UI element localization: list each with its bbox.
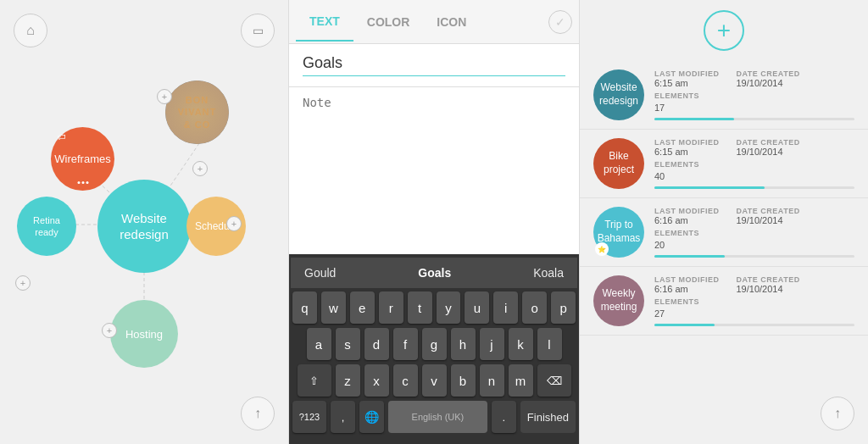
tab-text[interactable]: TEXT xyxy=(296,3,353,42)
progress-bar xyxy=(654,118,854,120)
tag-icon: 🏷 xyxy=(58,132,66,142)
key-period[interactable]: . xyxy=(492,401,516,433)
key-s[interactable]: s xyxy=(336,328,360,360)
suggestion-goals[interactable]: Goals xyxy=(418,266,451,280)
date-created-col: DATE CREATED 19/10/2014 xyxy=(737,207,800,225)
key-shift[interactable]: ⇧ xyxy=(298,364,331,397)
plus-btn-right[interactable]: + xyxy=(226,216,242,231)
key-d[interactable]: d xyxy=(364,328,389,360)
tabs-bar: TEXT COLOR ICON ✓ xyxy=(289,0,579,44)
key-v[interactable]: v xyxy=(422,364,447,397)
progress-fill xyxy=(654,118,734,120)
key-o[interactable]: o xyxy=(522,291,547,324)
mindmap-panel: ⌂ ▭ Websiteredesign 🏷 Wireframes xyxy=(0,0,288,444)
key-c[interactable]: c xyxy=(393,364,418,397)
elements-row: ELEMENTS 20 xyxy=(654,229,854,258)
list-item[interactable]: Trip toBahamas ⭐ LAST MODIFIED 6:16 am D… xyxy=(580,198,868,267)
plus-btn-top[interactable]: + xyxy=(157,89,172,104)
key-w[interactable]: w xyxy=(321,291,346,324)
add-icon: + xyxy=(717,17,731,44)
check-icon: ✓ xyxy=(555,15,565,29)
image-node[interactable]: BONVIVANT& CO xyxy=(165,80,229,144)
item-info-bike: LAST MODIFIED 6:15 am DATE CREATED 19/10… xyxy=(654,138,854,189)
key-q[interactable]: q xyxy=(292,291,317,324)
key-globe[interactable]: 🌐 xyxy=(359,401,384,433)
plus-btn-tl[interactable]: + xyxy=(192,161,208,176)
key-n[interactable]: n xyxy=(480,364,504,397)
key-x[interactable]: x xyxy=(364,364,389,397)
key-j[interactable]: j xyxy=(480,328,504,360)
last-modified-label: LAST MODIFIED xyxy=(654,207,720,215)
progress-bar xyxy=(654,324,854,326)
key-space[interactable]: English (UK) xyxy=(388,401,487,433)
key-row-3: ⇧ z x c v b n m ⌫ xyxy=(292,364,576,397)
item-info-website: LAST MODIFIED 6:15 am DATE CREATED 19/10… xyxy=(654,69,854,120)
key-p[interactable]: p xyxy=(551,291,576,324)
check-button[interactable]: ✓ xyxy=(548,10,572,34)
list-item[interactable]: Websiteredesign LAST MODIFIED 6:15 am DA… xyxy=(580,61,868,130)
add-button[interactable]: + xyxy=(704,10,744,51)
suggestion-koala[interactable]: Koala xyxy=(533,266,564,280)
key-m[interactable]: m xyxy=(509,364,533,397)
title-input[interactable] xyxy=(303,54,565,76)
key-z[interactable]: z xyxy=(336,364,360,397)
last-modified-col: LAST MODIFIED 6:16 am xyxy=(654,207,720,225)
elements-label: ELEMENTS xyxy=(654,229,854,237)
elements-row: ELEMENTS 40 xyxy=(654,160,854,189)
key-finished[interactable]: Finished xyxy=(520,401,576,433)
key-comma[interactable]: , xyxy=(331,401,355,433)
key-h[interactable]: h xyxy=(451,328,476,360)
elements-label: ELEMENTS xyxy=(654,297,854,306)
list-item[interactable]: Bikeproject LAST MODIFIED 6:15 am DATE C… xyxy=(580,130,868,198)
title-area xyxy=(289,44,579,87)
key-k[interactable]: k xyxy=(509,328,533,360)
elements-row: ELEMENTS 27 xyxy=(654,297,854,326)
last-modified-col: LAST MODIFIED 6:15 am xyxy=(654,69,720,88)
progress-fill xyxy=(654,324,715,326)
wireframes-node[interactable]: 🏷 Wireframes xyxy=(51,127,114,191)
date-created-label: DATE CREATED xyxy=(737,138,800,147)
monitor-button[interactable]: ▭ xyxy=(241,14,275,47)
keyboard-rows: q w e r t y u i o p a s d f g h j k xyxy=(291,288,577,441)
progress-fill xyxy=(654,255,725,258)
plus-btn-bottom[interactable]: + xyxy=(102,323,117,338)
tab-color[interactable]: COLOR xyxy=(353,3,424,41)
key-f[interactable]: f xyxy=(393,328,418,360)
key-r[interactable]: r xyxy=(379,291,403,324)
scroll-up-button[interactable]: ↑ xyxy=(821,397,854,430)
key-l[interactable]: l xyxy=(537,328,562,360)
key-a[interactable]: a xyxy=(307,328,331,360)
keyboard: Gould Goals Koala q w e r t y u i o p a … xyxy=(289,254,579,444)
date-created-col: DATE CREATED 19/10/2014 xyxy=(737,69,800,88)
item-meta: LAST MODIFIED 6:15 am DATE CREATED 19/10… xyxy=(654,69,854,88)
key-e[interactable]: e xyxy=(350,291,375,324)
list-item[interactable]: Weeklymeeting LAST MODIFIED 6:16 am DATE… xyxy=(580,267,868,336)
item-label-website: Websiteredesign xyxy=(599,81,638,108)
up-icon: ↑ xyxy=(834,406,841,421)
key-b[interactable]: b xyxy=(451,364,476,397)
plus-btn-left[interactable]: + xyxy=(15,275,31,291)
note-input[interactable] xyxy=(289,87,579,254)
key-y[interactable]: y xyxy=(437,291,461,324)
suggestion-gould[interactable]: Gould xyxy=(304,266,336,280)
elements-count: 17 xyxy=(654,103,854,113)
last-modified-value: 6:16 am xyxy=(654,215,720,225)
key-i[interactable]: i xyxy=(493,291,518,324)
key-t[interactable]: t xyxy=(408,291,432,324)
last-modified-value: 6:15 am xyxy=(654,78,720,88)
retina-node[interactable]: Retinaready xyxy=(17,197,76,256)
upload-button[interactable]: ↑ xyxy=(241,397,275,430)
monitor-icon: ▭ xyxy=(253,24,264,37)
trip-icon: ⭐ xyxy=(595,242,609,256)
tab-icon[interactable]: ICON xyxy=(423,3,480,41)
date-created-label: DATE CREATED xyxy=(737,69,800,78)
key-g[interactable]: g xyxy=(422,328,447,360)
center-node[interactable]: Websiteredesign xyxy=(97,180,191,273)
home-button[interactable]: ⌂ xyxy=(14,14,47,47)
hosting-node[interactable]: Hosting xyxy=(110,300,178,368)
list-header: + xyxy=(580,0,868,61)
key-backspace[interactable]: ⌫ xyxy=(537,364,571,397)
key-num[interactable]: ?123 xyxy=(292,401,326,433)
key-u[interactable]: u xyxy=(465,291,489,324)
item-label-bike: Bikeproject xyxy=(604,150,634,176)
